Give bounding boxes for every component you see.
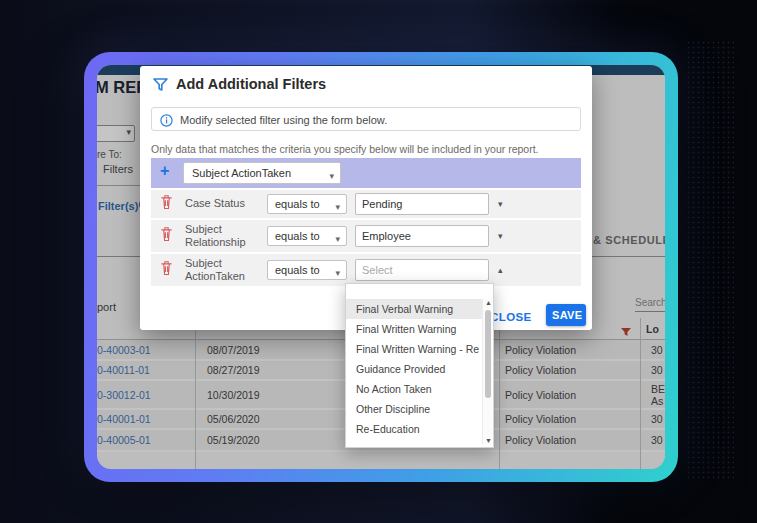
operator-value: equals to [275,230,320,242]
info-icon [160,113,173,131]
add-filter-bar: + Subject ActionTaken ▾ [151,158,581,188]
dropdown-option[interactable]: Guidance Provided [346,359,483,379]
scroll-up-icon[interactable]: ▲ [485,299,492,306]
filter-row-case-status: Case Status equals to ▾ ▾ [151,190,581,218]
dropdown-option[interactable]: Final Verbal Warning [346,299,483,319]
filter-value-input[interactable] [355,259,489,281]
chevron-down-icon: ▾ [335,230,340,248]
page-background: M REPO ▾ re To: Filters Filter(s) & SCHE… [0,0,757,523]
filter-funnel-icon [153,78,168,96]
dropdown-option[interactable]: Final Written Warning - Re Education [346,339,483,359]
value-dropdown-toggle[interactable]: ▾ [498,199,503,209]
operator-value: equals to [275,264,320,276]
dropdown-scrollbar[interactable]: ▲ ▼ [482,299,492,444]
filter-row-subject-actiontaken: Subject ActionTaken equals to ▾ ▴ [151,254,581,286]
chevron-down-icon: ▾ [335,264,340,282]
add-filter-icon[interactable]: + [160,162,169,180]
info-banner: Modify selected filter using the form be… [151,107,581,131]
dropdown-option[interactable]: Final Written Warning [346,319,483,339]
filter-field-label: Subject ActionTaken [185,257,265,283]
filter-field-label: Case Status [185,197,265,210]
chevron-down-icon: ▾ [329,166,334,186]
operator-value: equals to [275,198,320,210]
dropdown-option[interactable]: Other Discipline [346,399,483,419]
action-taken-dropdown-list: Final Verbal Warning Final Written Warni… [345,283,494,448]
add-filter-field-value: Subject ActionTaken [192,167,291,179]
operator-select[interactable]: equals to ▾ [267,226,347,246]
delete-filter-icon[interactable] [160,195,173,214]
chevron-down-icon: ▾ [335,198,340,216]
save-button[interactable]: SAVE [546,304,586,326]
value-dropdown-toggle[interactable]: ▾ [498,231,503,241]
info-message: Modify selected filter using the form be… [180,114,387,126]
dropdown-option[interactable]: No Action Taken [346,379,483,399]
operator-select[interactable]: equals to ▾ [267,194,347,214]
criteria-note: Only data that matches the criteria you … [151,143,539,155]
background-dot-texture [686,40,734,480]
close-button[interactable]: CLOSE [490,311,532,323]
delete-filter-icon[interactable] [160,261,173,280]
add-filter-field-select[interactable]: Subject ActionTaken ▾ [183,162,341,184]
filter-field-label: Subject Relationship [185,223,265,249]
filter-value-input[interactable] [355,193,489,215]
filter-value-input[interactable] [355,225,489,247]
dropdown-blank-option[interactable] [346,284,493,299]
value-dropdown-toggle[interactable]: ▴ [498,265,503,275]
scroll-down-icon[interactable]: ▼ [485,437,492,444]
delete-filter-icon[interactable] [160,227,173,246]
modal-title: Add Additional Filters [176,76,326,92]
scrollbar-thumb[interactable] [485,310,491,398]
filter-row-subject-relationship: Subject Relationship equals to ▾ ▾ [151,220,581,252]
operator-select[interactable]: equals to ▾ [267,260,347,280]
dropdown-option[interactable]: Re-Education [346,419,483,439]
